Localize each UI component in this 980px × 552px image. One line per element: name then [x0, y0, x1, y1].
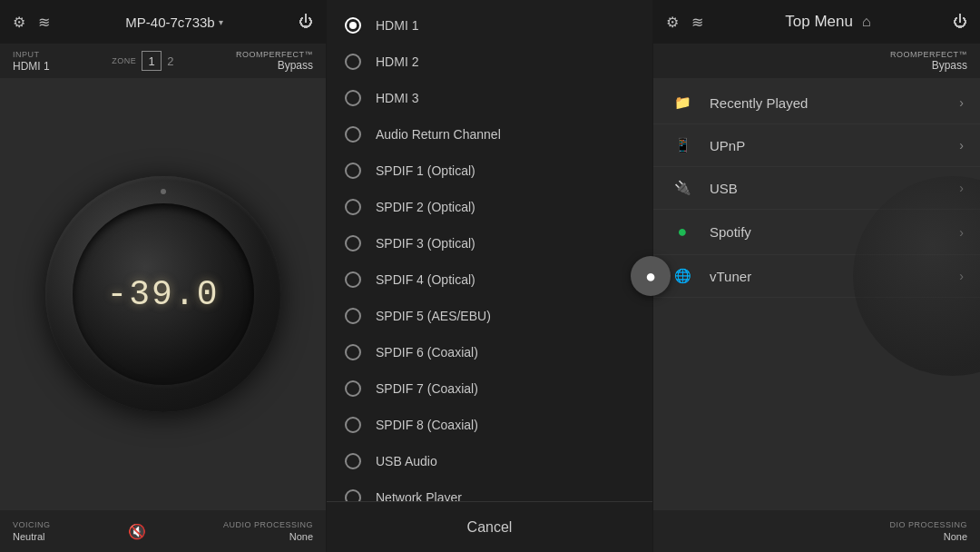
wifi-icon[interactable]: ≋ — [38, 14, 50, 31]
main-header: ⚙ ≋ MP-40-7c733b ▾ ⏻ — [0, 0, 326, 44]
home-icon[interactable]: ⌂ — [862, 14, 871, 30]
zone-selector[interactable]: ZONE 1 2 — [112, 51, 173, 71]
cancel-bar[interactable]: Cancel — [327, 501, 652, 552]
input-item-spdif4[interactable]: SPDIF 4 (Optical) — [327, 261, 652, 298]
float-button[interactable]: ● — [631, 256, 671, 296]
input-item-usbaudio[interactable]: USB Audio — [327, 443, 652, 479]
radio-spdif3 — [345, 235, 361, 251]
radio-spdif8 — [345, 417, 361, 433]
radio-spdif7 — [345, 380, 361, 397]
menu-roomperfect-info: ROOMPERFECT™ Bypass — [890, 50, 967, 72]
input-label-spdif7: SPDIF 7 (Coaxial) — [376, 381, 478, 396]
radio-hdmi2 — [345, 54, 361, 70]
input-label-spdif1: SPDIF 1 (Optical) — [376, 163, 475, 178]
panel-main: ⚙ ≋ MP-40-7c733b ▾ ⏻ INPUT HDMI 1 ZONE 1… — [0, 0, 327, 552]
menu-item-usb[interactable]: 🔌USB› — [653, 167, 980, 210]
volume-display: -39.0 — [106, 275, 219, 314]
radio-spdif2 — [345, 199, 361, 215]
menu-header-left-icons: ⚙ ≋ — [666, 14, 703, 31]
device-name[interactable]: MP-40-7c733b ▾ — [125, 15, 222, 30]
menu-item-upnp[interactable]: 📱UPnP› — [653, 124, 980, 167]
chevron-right-icon-upnp: › — [959, 138, 964, 153]
radio-hdmi3 — [345, 90, 361, 106]
input-item-hdmi2[interactable]: HDMI 2 — [327, 44, 652, 80]
radio-spdif6 — [345, 344, 361, 360]
radio-arc — [345, 126, 361, 143]
chevron-right-icon-vtuner: › — [959, 269, 964, 283]
input-item-spdif2[interactable]: SPDIF 2 (Optical) — [327, 189, 652, 225]
chevron-right-icon-recently-played: › — [959, 95, 964, 110]
input-item-spdif1[interactable]: SPDIF 1 (Optical) — [327, 153, 652, 189]
float-button-icon: ● — [645, 266, 656, 287]
input-label-network: Network Player — [376, 490, 462, 501]
input-item-spdif6[interactable]: SPDIF 6 (Coaxial) — [327, 334, 652, 370]
panel-menu: ⚙ ≋ Top Menu ⌂ ⏻ ROOMPERFECT™ Bypass 📁Re… — [653, 0, 980, 552]
radio-usbaudio — [345, 453, 361, 469]
input-item-spdif8[interactable]: SPDIF 8 (Coaxial) — [327, 407, 652, 443]
menu-roomperfect-label: ROOMPERFECT™ — [890, 50, 967, 59]
voicing-info: VOICING Neutral — [13, 520, 51, 542]
input-label: INPUT — [13, 50, 50, 59]
input-label-spdif8: SPDIF 8 (Coaxial) — [376, 418, 478, 432]
dial-area[interactable]: -39.0 — [0, 78, 326, 510]
audio-processing-label: AUDIO PROCESSING — [223, 520, 313, 529]
menu-header: ⚙ ≋ Top Menu ⌂ ⏻ — [653, 0, 980, 44]
folder-icon: 📁 — [670, 94, 695, 111]
menu-label-usb: USB — [710, 181, 945, 196]
audio-processing-info: AUDIO PROCESSING None — [223, 520, 313, 542]
audio-processing-value: None — [223, 531, 313, 542]
menu-title: Top Menu — [785, 13, 853, 31]
input-item-spdif7[interactable]: SPDIF 7 (Coaxial) — [327, 370, 652, 407]
menu-label-spotify: Spotify — [710, 224, 945, 240]
input-label-spdif5: SPDIF 5 (AES/EBU) — [376, 309, 491, 323]
input-label-usbaudio: USB Audio — [376, 454, 437, 468]
cancel-button[interactable]: Cancel — [467, 519, 513, 536]
menu-bottom-bar: DIO PROCESSING None — [653, 510, 980, 552]
menu-item-vtuner[interactable]: 🌐vTuner› — [653, 255, 980, 298]
chevron-right-icon-spotify: › — [959, 225, 964, 240]
input-label-spdif2: SPDIF 2 (Optical) — [376, 200, 475, 214]
device-chevron-icon: ▾ — [219, 17, 223, 27]
spotify-icon: ● — [670, 222, 695, 242]
menu-settings-icon[interactable]: ⚙ — [666, 14, 679, 31]
menu-audio-processing: DIO PROCESSING None — [889, 520, 967, 542]
input-label-hdmi3: HDMI 3 — [376, 91, 418, 105]
main-header-left-icons: ⚙ ≋ — [13, 14, 50, 31]
input-item-network[interactable]: Network Player — [327, 479, 652, 501]
usb-icon: 🔌 — [670, 180, 695, 196]
input-item-spdif3[interactable]: SPDIF 3 (Optical) — [327, 225, 652, 261]
menu-item-recently-played[interactable]: 📁Recently Played› — [653, 82, 980, 124]
roomperfect-label: ROOMPERFECT™ — [236, 50, 313, 59]
volume-dial-outer[interactable]: -39.0 — [45, 176, 281, 412]
menu-label-vtuner: vTuner — [710, 269, 945, 284]
voicing-label: VOICING — [13, 520, 51, 529]
menu-wifi-icon[interactable]: ≋ — [691, 14, 703, 31]
input-label-spdif4: SPDIF 4 (Optical) — [376, 272, 475, 287]
menu-list: 📁Recently Played›📱UPnP›🔌USB›●Spotify›🌐vT… — [653, 78, 980, 510]
chevron-right-icon-usb: › — [959, 181, 964, 195]
globe-icon: 🌐 — [670, 268, 695, 284]
menu-title-area: Top Menu ⌂ — [703, 13, 953, 31]
radio-spdif4 — [345, 271, 361, 288]
menu-audio-processing-label: DIO PROCESSING — [889, 520, 967, 529]
mute-icon[interactable]: 🔇 — [128, 523, 146, 540]
input-item-hdmi1[interactable]: HDMI 1 — [327, 7, 652, 44]
power-icon[interactable]: ⏻ — [299, 14, 313, 30]
radio-hdmi1 — [345, 17, 361, 34]
volume-dial-inner[interactable]: -39.0 — [73, 203, 254, 385]
menu-info-bar: ROOMPERFECT™ Bypass — [653, 44, 980, 78]
zone-1-box[interactable]: 1 — [142, 51, 162, 71]
input-item-hdmi3[interactable]: HDMI 3 — [327, 80, 652, 116]
settings-icon[interactable]: ⚙ — [13, 14, 25, 31]
input-label-arc: Audio Return Channel — [376, 127, 501, 142]
roomperfect-info: ROOMPERFECT™ Bypass — [236, 50, 313, 72]
bypass-label: Bypass — [236, 59, 313, 72]
input-list: HDMI 1HDMI 2HDMI 3Audio Return ChannelSP… — [327, 0, 652, 501]
input-item-spdif5[interactable]: SPDIF 5 (AES/EBU) — [327, 298, 652, 334]
radio-spdif5 — [345, 308, 361, 324]
menu-item-spotify[interactable]: ●Spotify› — [653, 210, 980, 255]
zone-2[interactable]: 2 — [167, 54, 173, 68]
input-item-arc[interactable]: Audio Return Channel — [327, 116, 652, 153]
menu-power-icon[interactable]: ⏻ — [953, 14, 967, 30]
menu-bypass-label: Bypass — [890, 59, 967, 72]
